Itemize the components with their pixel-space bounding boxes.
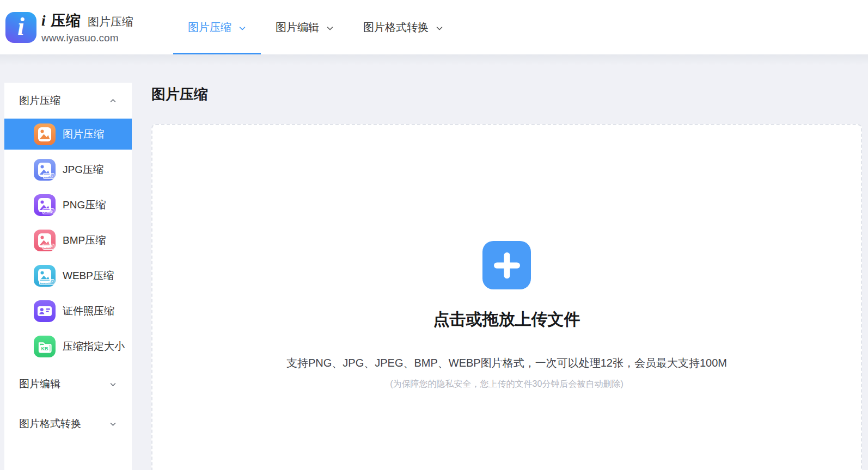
upload-title: 点击或拖放上传文件 [152, 308, 861, 331]
section-label: 图片格式转换 [19, 417, 81, 431]
logo[interactable]: i i 压缩 图片压缩 www.iyasuo.com [5, 11, 133, 44]
upload-support-text: 支持PNG、JPG、JPEG、BMP、WEBP图片格式，一次可以处理12张，会员… [152, 356, 861, 370]
chevron-down-icon [436, 24, 443, 32]
nav-item-image-edit[interactable]: 图片编辑 [261, 0, 349, 54]
section-label: 图片编辑 [19, 377, 60, 391]
logo-text: i 压缩 图片压缩 www.iyasuo.com [41, 11, 133, 44]
sidebar-section-format-convert[interactable]: 图片格式转换 [4, 406, 132, 442]
chevron-down-icon [109, 420, 117, 428]
chevron-down-icon [109, 381, 117, 388]
sidebar-section-image-edit[interactable]: 图片编辑 [4, 366, 132, 402]
sidebar-item-compress-to-size[interactable]: KB 压缩指定大小 [4, 331, 132, 362]
chevron-up-icon [109, 97, 117, 104]
sidebar-item-png-compress[interactable]: PNG PNG压缩 [4, 189, 132, 220]
sidebar-item-label: 图片压缩 [63, 127, 104, 141]
format-badge: BMP [42, 244, 54, 250]
kb-badge: KB [40, 345, 50, 352]
sidebar-item-label: WEBP压缩 [63, 269, 114, 283]
webp-compress-icon: WEBP [34, 265, 56, 287]
nav-label: 图片压缩 [188, 20, 231, 35]
nav-item-image-compress[interactable]: 图片压缩 [173, 0, 261, 54]
sidebar-item-bmp-compress[interactable]: BMP BMP压缩 [4, 225, 132, 256]
sidebar-item-id-photo-compress[interactable]: 证件照压缩 [4, 295, 132, 326]
page-title: 图片压缩 [151, 85, 208, 104]
image-compress-icon [34, 123, 56, 145]
format-badge: PNG [42, 208, 54, 214]
sidebar-item-label: PNG压缩 [63, 198, 106, 212]
logo-letter: i [17, 14, 25, 39]
top-header: i i 压缩 图片压缩 www.iyasuo.com 图片压缩 图片编辑 图片格… [0, 0, 868, 54]
id-photo-compress-icon [34, 300, 56, 322]
logo-icon: i [5, 12, 36, 43]
header-shadow [0, 54, 868, 65]
plus-upload-button[interactable] [482, 241, 531, 289]
chevron-down-icon [326, 24, 334, 32]
nav-item-format-convert[interactable]: 图片格式转换 [349, 0, 458, 54]
sidebar-item-jpg-compress[interactable]: JPG JPG压缩 [4, 154, 132, 185]
sidebar-item-webp-compress[interactable]: WEBP WEBP压缩 [4, 260, 132, 291]
nav-label: 图片格式转换 [363, 20, 429, 35]
png-compress-icon: PNG [34, 194, 56, 216]
sidebar-section-image-compress[interactable]: 图片压缩 [4, 83, 132, 119]
chevron-down-icon [239, 24, 246, 32]
nav-label: 图片编辑 [276, 20, 319, 35]
upload-dropzone[interactable]: 点击或拖放上传文件 支持PNG、JPG、JPEG、BMP、WEBP图片格式，一次… [151, 124, 862, 470]
upload-privacy-text: (为保障您的隐私安全，您上传的文件30分钟后会被自动删除) [152, 379, 861, 390]
brand-tagline: 图片压缩 [88, 14, 133, 29]
brand-domain: www.iyasuo.com [41, 32, 133, 44]
bmp-compress-icon: BMP [34, 230, 56, 251]
top-navigation: 图片压缩 图片编辑 图片格式转换 [173, 0, 458, 54]
sidebar-item-label: JPG压缩 [63, 163, 103, 177]
format-badge: JPG [43, 173, 54, 179]
sidebar-item-label: BMP压缩 [63, 233, 106, 248]
kb-size-icon: KB [34, 336, 56, 357]
sidebar: 图片压缩 图片压缩 JPG JPG压缩 [4, 83, 132, 470]
sidebar-item-label: 证件照压缩 [63, 304, 114, 318]
format-badge: WEBP [39, 279, 54, 285]
sidebar-item-image-compress[interactable]: 图片压缩 [4, 119, 132, 150]
section-label: 图片压缩 [19, 94, 60, 108]
jpg-compress-icon: JPG [34, 159, 56, 181]
sidebar-item-label: 压缩指定大小 [63, 339, 125, 354]
brand-name: i 压缩 [41, 11, 81, 30]
